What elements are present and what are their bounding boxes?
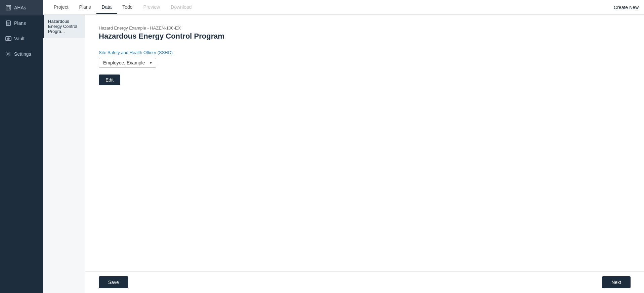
tab-data[interactable]: Data bbox=[96, 1, 117, 14]
create-new-button[interactable]: Create New bbox=[614, 5, 639, 10]
settings-icon bbox=[5, 51, 11, 57]
tabs-bar: Project Plans Data Todo Preview Download… bbox=[43, 0, 644, 15]
field-label-static: Site Safety and bbox=[99, 50, 130, 55]
panel-footer: Save Next bbox=[85, 271, 644, 293]
content-layout: Hazardous Energy Control Progra... Hazar… bbox=[43, 15, 644, 293]
ahas-icon bbox=[5, 5, 11, 11]
tab-plans[interactable]: Plans bbox=[74, 1, 96, 14]
ssho-dropdown[interactable]: Employee, Example bbox=[99, 58, 156, 68]
svg-point-9 bbox=[8, 53, 9, 55]
dropdown-wrapper: Employee, Example ▼ bbox=[99, 58, 156, 68]
field-label-ssho: Site Safety and Health Officer (SSHO) bbox=[99, 50, 631, 55]
main-panel: Hazard Energy Example - HAZEN-100-EX Haz… bbox=[85, 15, 644, 293]
next-button[interactable]: Next bbox=[602, 276, 631, 288]
sidebar-item-ahas-label: AHAs bbox=[14, 5, 26, 10]
sidebar-item-settings[interactable]: Settings bbox=[0, 46, 43, 62]
panel-content: Hazard Energy Example - HAZEN-100-EX Haz… bbox=[85, 15, 644, 271]
sidebar-item-plans-label: Plans bbox=[14, 20, 26, 26]
doc-title: Hazardous Energy Control Program bbox=[99, 32, 631, 41]
svg-rect-1 bbox=[7, 6, 10, 9]
plans-icon bbox=[5, 20, 11, 26]
sidebar-item-plans[interactable]: Plans bbox=[0, 15, 43, 31]
svg-rect-0 bbox=[6, 5, 11, 10]
sidebar-item-vault-label: Vault bbox=[14, 36, 25, 41]
sidebar-item-vault[interactable]: Vault bbox=[0, 31, 43, 46]
save-button[interactable]: Save bbox=[99, 276, 128, 288]
sub-sidebar: Hazardous Energy Control Progra... bbox=[43, 15, 85, 293]
edit-button[interactable]: Edit bbox=[99, 75, 120, 85]
tab-preview: Preview bbox=[138, 1, 166, 14]
tab-todo[interactable]: Todo bbox=[117, 1, 138, 14]
tab-project[interactable]: Project bbox=[48, 1, 74, 14]
sub-sidebar-item-hazardous[interactable]: Hazardous Energy Control Progra... bbox=[43, 15, 85, 38]
doc-subtitle: Hazard Energy Example - HAZEN-100-EX bbox=[99, 26, 631, 31]
field-label-link[interactable]: Health Officer bbox=[130, 50, 156, 55]
main-area: Project Plans Data Todo Preview Download… bbox=[43, 0, 644, 293]
tab-download: Download bbox=[165, 1, 197, 14]
vault-icon bbox=[5, 36, 11, 42]
sidebar: AHAs Plans Vault bbox=[0, 0, 43, 293]
field-label-suffix: (SSHO) bbox=[156, 50, 173, 55]
sidebar-item-settings-label: Settings bbox=[14, 51, 31, 57]
svg-point-8 bbox=[8, 38, 9, 39]
sidebar-item-ahas[interactable]: AHAs bbox=[0, 0, 43, 15]
